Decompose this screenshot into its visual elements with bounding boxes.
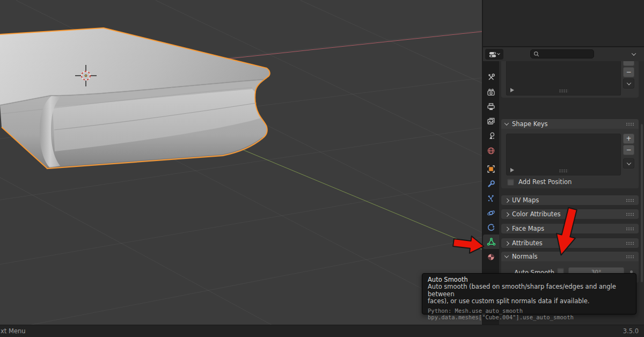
panel-title: Face Maps (512, 225, 544, 232)
book-mesh-object[interactable] (0, 0, 483, 325)
tab-object[interactable] (483, 162, 499, 176)
panel-shape-keys: Shape Keys + − Add Rest P (501, 119, 639, 188)
status-bar-left-text: xt Menu (0, 327, 26, 335)
add-shape-key-button[interactable]: + (623, 134, 634, 144)
properties-search[interactable] (530, 49, 594, 58)
panel-drag-grip[interactable] (626, 122, 635, 126)
editor-type-button[interactable] (485, 49, 503, 60)
tab-physics[interactable] (483, 206, 499, 220)
remove-shape-key-button[interactable]: − (623, 145, 634, 155)
chevron-down-icon (497, 52, 500, 55)
blender-version: 3.5.0 (623, 327, 644, 335)
chevron-right-icon (504, 226, 509, 231)
panel-color-attributes: Color Attributes (501, 209, 639, 219)
panel-title: Shape Keys (512, 120, 548, 128)
attributes-header[interactable]: Attributes (501, 238, 639, 248)
tooltip-body-line: faces), or use custom split normals data… (428, 298, 631, 305)
chevron-down-icon (626, 80, 631, 85)
normals-header[interactable]: Normals (501, 252, 639, 261)
shape-keys-list[interactable] (506, 134, 621, 175)
add-rest-position-checkbox[interactable] (507, 179, 514, 186)
panel-title: Color Attributes (512, 210, 560, 218)
tooltip-title: Auto Smooth (428, 276, 631, 283)
shape-key-specials-button[interactable] (623, 158, 634, 169)
chevron-down-icon (504, 121, 509, 125)
outliner-area[interactable] (483, 0, 644, 47)
chevron-down-icon (632, 51, 636, 55)
auto-smooth-tooltip: Auto Smooth Auto smooth (based on smooth… (422, 273, 636, 314)
panel-title: Attributes (512, 239, 543, 247)
search-icon (533, 51, 539, 57)
list-resize-grip[interactable] (559, 89, 568, 93)
scrollbar[interactable] (641, 124, 643, 282)
properties-header (483, 47, 644, 61)
list-resize-grip[interactable] (559, 169, 568, 173)
header-options-dropdown[interactable] (626, 49, 641, 59)
panel-drag-grip[interactable] (626, 213, 635, 216)
properties-editor-icon (489, 50, 497, 58)
tab-output[interactable] (483, 99, 499, 114)
list-expand-icon[interactable] (510, 88, 514, 92)
chevron-down-icon (504, 253, 509, 258)
panel-title: UV Maps (512, 196, 539, 204)
tooltip-body-line: Auto smooth (based on smooth/sharp faces… (428, 283, 631, 298)
face-maps-header[interactable]: Face Maps (501, 224, 639, 233)
search-input[interactable] (541, 50, 590, 58)
blender-window: − Shape Keys + (0, 0, 644, 337)
chevron-right-icon (504, 241, 509, 245)
list-box[interactable] (506, 61, 621, 96)
panel-face-maps: Face Maps (501, 224, 639, 233)
panel-drag-grip[interactable] (626, 227, 635, 231)
shape-keys-header[interactable]: Shape Keys (501, 119, 639, 129)
status-bar: xt Menu 3.5.0 (0, 325, 644, 337)
tab-modifiers[interactable] (483, 177, 499, 191)
chevron-down-icon (626, 160, 631, 165)
panel-drag-grip[interactable] (626, 255, 635, 259)
panel-vertex-groups-partial: − (501, 61, 639, 98)
tab-render[interactable] (483, 85, 499, 99)
chevron-right-icon (504, 198, 509, 202)
tooltip-python-line: Python: Mesh.use_auto_smooth (428, 307, 631, 314)
tab-scene[interactable] (483, 128, 499, 143)
panel-title: Normals (512, 253, 538, 260)
color-attributes-header[interactable]: Color Attributes (501, 209, 639, 219)
3d-cursor (74, 64, 98, 87)
tab-view-layer[interactable] (483, 114, 499, 128)
tab-object-data[interactable] (483, 235, 499, 249)
tooltip-python-line: bpy.data.meshes["Cube.004"].use_auto_smo… (428, 314, 631, 321)
chevron-right-icon (504, 212, 509, 216)
panel-attributes: Attributes (501, 238, 639, 248)
panel-uv-maps: UV Maps (501, 195, 639, 205)
viewport-3d[interactable] (0, 0, 483, 325)
panel-drag-grip[interactable] (626, 241, 635, 245)
specials-dropdown-button[interactable] (623, 78, 634, 89)
uv-maps-header[interactable]: UV Maps (501, 195, 639, 205)
remove-item-button[interactable]: − (623, 67, 634, 77)
tab-world[interactable] (483, 143, 499, 158)
tab-material[interactable] (483, 250, 499, 264)
tab-tool[interactable] (483, 69, 499, 84)
list-expand-icon[interactable] (510, 168, 514, 172)
add-rest-position-label: Add Rest Position (518, 178, 572, 186)
tab-particles[interactable] (483, 191, 499, 206)
remove-item-button[interactable] (623, 61, 634, 66)
panel-drag-grip[interactable] (626, 199, 635, 202)
tab-constraints[interactable] (483, 220, 499, 235)
